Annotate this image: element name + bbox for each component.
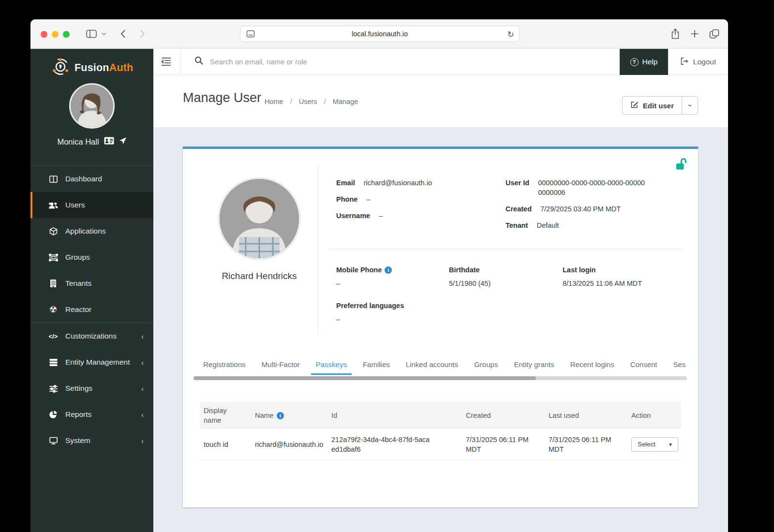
admin-avatar[interactable]: [69, 83, 115, 129]
code-icon: </>: [48, 333, 58, 340]
sidebar: FusionAuth Monica Hall Dashboard: [30, 49, 153, 532]
user-card: Richard Hendricks Emailrichard@fusionaut…: [183, 147, 698, 507]
tab-entity-grants[interactable]: Entity grants: [509, 360, 559, 375]
edit-user-split-button: Edit user: [622, 96, 698, 115]
phone-value: –: [366, 195, 370, 203]
email-value: richard@fusionauth.io: [364, 179, 432, 187]
tenants-icon: [48, 279, 58, 288]
tab-multi-factor[interactable]: Multi-Factor: [257, 360, 305, 375]
sidebar-nav: Dashboard Users Applications Groups Tena…: [30, 165, 153, 454]
header-created: Created: [462, 407, 545, 424]
edit-user-dropdown-toggle[interactable]: [682, 97, 698, 114]
tenant-row: TenantDefault: [506, 221, 559, 230]
sidebar-item-customizations[interactable]: </> Customizations: [30, 323, 153, 349]
fusionauth-logo-icon: [51, 57, 70, 78]
birthdate-value: 5/1/1980 (45): [449, 280, 491, 287]
sidebar-item-applications[interactable]: Applications: [30, 218, 153, 244]
menu-collapse-icon[interactable]: [160, 56, 172, 69]
user-id-row: User Id00000000-0000-0000-0000-000000000…: [506, 178, 648, 197]
sidebar-item-dashboard[interactable]: Dashboard: [30, 166, 153, 192]
sidebar-toggle-icon[interactable]: [85, 19, 98, 48]
mobile-phone-label: Mobile Phone: [336, 266, 392, 274]
sidebar-item-users[interactable]: Users: [30, 192, 153, 218]
logout-button[interactable]: Logout: [668, 49, 728, 75]
tab-passkeys[interactable]: Passkeys: [311, 360, 352, 375]
browser-window: local.fusionauth.io ↻: [30, 19, 728, 532]
main-area: ? Help Logout Manage User Home Users Man…: [153, 49, 728, 532]
horizontal-divider: [329, 249, 682, 249]
created-row: Created7/29/2025 03:40 PM MDT: [506, 204, 621, 214]
id-card-icon[interactable]: [104, 137, 114, 147]
cell-last-used: 7/31/2025 06:11 PM MDT: [545, 431, 627, 458]
tab-registrations[interactable]: Registrations: [198, 360, 251, 375]
info-icon[interactable]: [385, 266, 392, 274]
browser-toolbar: local.fusionauth.io ↻: [30, 19, 728, 48]
tab-recent-logins[interactable]: Recent logins: [566, 360, 619, 375]
sidebar-item-reactor[interactable]: ☢ Reactor: [30, 296, 153, 323]
help-button[interactable]: ? Help: [620, 49, 668, 75]
user-id-value: 00000000-0000-0000-0000-000000000006: [538, 178, 648, 197]
unlocked-icon[interactable]: [675, 158, 686, 173]
sidebar-item-groups[interactable]: Groups: [30, 244, 153, 270]
edit-user-button[interactable]: Edit user: [623, 97, 682, 114]
cell-name: richard@fusionauth.io: [251, 436, 327, 453]
table-header-row: Display name Name Id Created Last used A…: [200, 402, 681, 429]
location-arrow-icon[interactable]: [119, 137, 127, 147]
logout-icon: [680, 57, 689, 67]
back-icon[interactable]: [117, 19, 129, 48]
tab-groups[interactable]: Groups: [469, 360, 503, 375]
user-full-name: Richard Hendricks: [183, 271, 336, 281]
tab-families[interactable]: Families: [358, 360, 395, 375]
header-display-name: Display name: [200, 402, 251, 429]
sidebar-item-entity-management[interactable]: Entity Management: [30, 349, 153, 375]
forward-icon[interactable]: [136, 19, 149, 48]
tab-consent[interactable]: Consent: [625, 360, 662, 375]
new-tab-icon[interactable]: [688, 19, 701, 48]
fusionauth-logo[interactable]: FusionAuth: [51, 57, 133, 78]
cell-display-name: touch id: [200, 436, 251, 453]
address-bar[interactable]: local.fusionauth.io ↻: [240, 26, 520, 42]
passkeys-table: Display name Name Id Created Last used A…: [200, 402, 681, 460]
tenant-value: Default: [536, 222, 559, 229]
breadcrumb-users[interactable]: Users: [299, 98, 333, 105]
zoom-window-button[interactable]: [63, 31, 70, 38]
fusionauth-logo-text: FusionAuth: [74, 62, 133, 74]
info-icon[interactable]: [277, 412, 284, 419]
minimize-window-button[interactable]: [52, 31, 59, 38]
reload-icon[interactable]: ↻: [507, 30, 514, 40]
sidebar-item-tenants[interactable]: Tenants: [30, 270, 153, 296]
tab-linked-accounts[interactable]: Linked accounts: [401, 360, 463, 375]
search-input[interactable]: [210, 58, 620, 66]
cell-created: 7/31/2025 06:11 PM MDT: [462, 431, 545, 458]
url-text: local.fusionauth.io: [352, 30, 408, 38]
vertical-divider: [317, 165, 318, 334]
page-header: Manage User Home Users Manage Edit user: [153, 75, 728, 127]
sidebar-item-system[interactable]: System: [30, 428, 153, 454]
close-window-button[interactable]: [41, 31, 47, 38]
app-topbar: ? Help Logout: [153, 49, 728, 75]
last-login-label: Last login: [563, 266, 595, 274]
tab-sessions[interactable]: Ses: [669, 360, 691, 375]
breadcrumb-home[interactable]: Home: [265, 98, 299, 105]
tabs-scrollbar[interactable]: [194, 376, 687, 380]
tabs-scrollbar-thumb[interactable]: [194, 376, 536, 380]
user-avatar: [218, 177, 301, 260]
username-value: –: [379, 212, 383, 220]
header-id: Id: [327, 407, 462, 424]
last-login-value: 8/13/2025 11:06 AM MDT: [563, 280, 642, 287]
phone-row: Phone–: [336, 194, 370, 204]
tab-overview-icon[interactable]: [708, 19, 720, 48]
sidebar-item-reports[interactable]: Reports: [30, 401, 153, 428]
reactor-icon: ☢: [48, 304, 58, 315]
share-icon[interactable]: [669, 19, 682, 48]
breadcrumb: Home Users Manage: [265, 98, 358, 105]
header-action: Action: [627, 407, 681, 424]
select-action-button[interactable]: Select: [631, 437, 678, 452]
dashboard-icon: [48, 175, 58, 184]
chevron-down-icon[interactable]: [100, 19, 108, 48]
pie-chart-icon: [48, 410, 58, 419]
search-bar: [180, 49, 620, 74]
entity-management-icon: [48, 358, 58, 367]
cell-id: 212a79f2-34da-4bc4-87fd-5acaed1dbaf6: [327, 431, 437, 458]
sidebar-item-settings[interactable]: Settings: [30, 375, 153, 401]
